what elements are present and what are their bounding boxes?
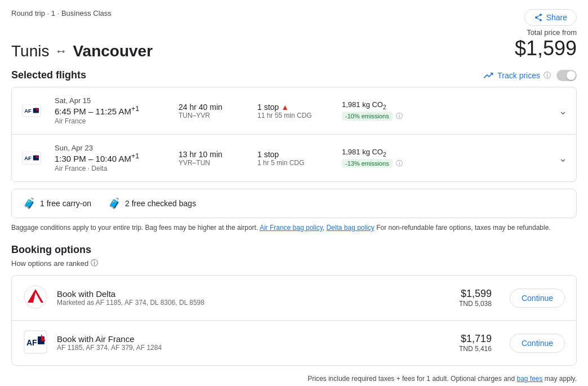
emission-info-icon-1: ⓘ bbox=[396, 112, 403, 120]
af-logo-container-booking: AF bbox=[23, 330, 48, 356]
checked-bags-label: 2 free checked bags bbox=[125, 199, 196, 208]
stops-text-1: 1 stop bbox=[257, 103, 279, 112]
booking-options-subtitle: How options are ranked ⓘ bbox=[11, 258, 577, 268]
selected-flights-header: Selected flights Track prices ⓘ bbox=[11, 69, 577, 81]
footer-note-text: Prices include required taxes + fees for… bbox=[308, 375, 516, 383]
duration-main-1: 24 hr 40 min bbox=[179, 103, 246, 112]
selected-flights-title: Selected flights bbox=[11, 69, 86, 81]
air-france-logo-1: AF bbox=[22, 104, 42, 118]
flight-emissions-1: 1,981 kg CO2 -10% emissions ⓘ bbox=[342, 100, 547, 121]
airline-logo-2: AF bbox=[21, 152, 43, 165]
booking-row-af: AF Book with Air France AF 1185, AF 374,… bbox=[12, 321, 576, 365]
stops-line-1: 1 stop ▲ bbox=[257, 103, 331, 112]
baggage-note: Baggage conditions apply to your entire … bbox=[11, 223, 577, 233]
flight-date-1: Sat, Apr 15 bbox=[55, 96, 167, 105]
footer-note: Prices include required taxes + fees for… bbox=[11, 375, 577, 383]
flight-emissions-2: 1,981 kg CO2 -13% emissions ⓘ bbox=[342, 148, 547, 168]
price-value: $1,599 bbox=[515, 37, 577, 60]
booking-price-main-af: $1,719 bbox=[459, 333, 492, 345]
route-to: Vancouver bbox=[73, 42, 153, 60]
trending-icon bbox=[483, 70, 494, 81]
duration-main-2: 13 hr 10 min bbox=[179, 150, 246, 159]
bag-fees-link[interactable]: bag fees bbox=[516, 375, 542, 383]
route-arrow: ↔ bbox=[55, 44, 67, 59]
trip-meta-text: Round trip · 1 · Business Class bbox=[11, 9, 112, 17]
booking-options-container: Book with Delta Marketed as AF 1185, AF … bbox=[11, 275, 577, 366]
booking-subtitle-text: How options are ranked bbox=[11, 259, 88, 268]
booking-subtitle-info-icon: ⓘ bbox=[91, 258, 98, 268]
route-from: Tunis bbox=[11, 42, 49, 60]
flight-date-2: Sun, Apr 23 bbox=[55, 144, 167, 152]
flight-time-range-1: 6:45 PM – 11:25 AM+1 bbox=[55, 105, 167, 116]
booking-price-af: $1,719 TND 5,416 bbox=[459, 333, 492, 353]
booking-name-af: Book with Air France bbox=[57, 334, 450, 344]
booking-info-delta: Book with Delta Marketed as AF 1185, AF … bbox=[57, 289, 450, 307]
stops-detail-2: 1 hr 5 min CDG bbox=[257, 159, 331, 167]
carry-on-icon: 🧳 bbox=[23, 197, 35, 210]
flights-container: AF Sat, Apr 15 6:45 PM – 11:25 AM+1 Air … bbox=[11, 87, 577, 182]
duration-route-2: YVR–TUN bbox=[179, 159, 246, 167]
stops-line-2: 1 stop bbox=[257, 150, 331, 159]
share-icon bbox=[534, 13, 543, 22]
baggage-note-text: Baggage conditions apply to your entire … bbox=[11, 224, 260, 232]
checked-bags-icon: 🧳 bbox=[108, 197, 121, 210]
booking-marketed-delta: Marketed as AF 1185, AF 374, DL 8306, DL… bbox=[57, 299, 450, 307]
airline-name-2: Air France · Delta bbox=[55, 165, 167, 172]
booking-price-sub-af: TND 5,416 bbox=[459, 345, 492, 353]
share-button[interactable]: Share bbox=[524, 9, 577, 26]
booking-price-delta: $1,599 TND 5,038 bbox=[459, 288, 492, 308]
checked-bags-item: 🧳 2 free checked bags bbox=[108, 197, 196, 210]
carry-on-item: 🧳 1 free carry-on bbox=[23, 197, 91, 210]
af-policy-link[interactable]: Air France bag policy bbox=[260, 224, 323, 232]
air-france-logo-2: AF bbox=[22, 152, 42, 165]
baggage-note-2: For non-refundable fare options, taxes m… bbox=[375, 224, 551, 232]
booking-marketed-af: AF 1185, AF 374, AF 379, AF 1284 bbox=[57, 344, 450, 352]
booking-row-delta: Book with Delta Marketed as AF 1185, AF … bbox=[12, 276, 576, 321]
trip-meta: Round trip · 1 · Business Class bbox=[11, 9, 112, 17]
svg-text:AF: AF bbox=[24, 155, 32, 161]
carry-on-label: 1 free carry-on bbox=[40, 199, 91, 208]
air-france-logo-booking: AF bbox=[23, 330, 48, 354]
baggage-card: 🧳 1 free carry-on 🧳 2 free checked bags bbox=[11, 189, 577, 218]
delta-logo-container bbox=[23, 285, 48, 311]
flight-time-range-2: 1:30 PM – 10:40 AM+1 bbox=[55, 152, 167, 163]
duration-route-1: TUN–YVR bbox=[179, 112, 246, 119]
track-prices-label: Track prices bbox=[497, 71, 540, 80]
booking-name-delta: Book with Delta bbox=[57, 289, 450, 299]
flight-duration-2: 13 hr 10 min YVR–TUN bbox=[179, 150, 246, 167]
flight-expand-chevron-2[interactable]: ⌄ bbox=[559, 152, 567, 165]
co2-line-1: 1,981 kg CO2 bbox=[342, 100, 547, 110]
flight-duration-1: 24 hr 40 min TUN–YVR bbox=[179, 103, 246, 119]
delta-logo bbox=[23, 285, 48, 309]
airline-name-1: Air France bbox=[55, 117, 167, 125]
track-prices-control[interactable]: Track prices ⓘ bbox=[483, 70, 577, 81]
track-prices-toggle[interactable] bbox=[556, 70, 577, 81]
flight-stops-1: 1 stop ▲ 11 hr 55 min CDG bbox=[257, 103, 331, 119]
flight-row-2[interactable]: AF Sun, Apr 23 1:30 PM – 10:40 AM+1 Air … bbox=[12, 135, 576, 181]
airline-logo-1: AF bbox=[21, 104, 43, 118]
flight-row[interactable]: AF Sat, Apr 15 6:45 PM – 11:25 AM+1 Air … bbox=[12, 87, 576, 135]
continue-button-delta[interactable]: Continue bbox=[510, 289, 565, 308]
booking-options-title: Booking options bbox=[11, 244, 577, 256]
emission-badge-1: -10% emissions bbox=[342, 112, 393, 121]
price-label: Total price from bbox=[515, 28, 577, 37]
emission-info-icon-2: ⓘ bbox=[396, 159, 403, 167]
price-block: Total price from $1,599 bbox=[515, 28, 577, 60]
emission-badge-2: -13% emissions bbox=[342, 159, 393, 168]
flight-times-1: Sat, Apr 15 6:45 PM – 11:25 AM+1 Air Fra… bbox=[55, 96, 167, 125]
flight-stops-2: 1 stop 1 hr 5 min CDG bbox=[257, 150, 331, 167]
booking-price-main-delta: $1,599 bbox=[459, 288, 492, 300]
share-label: Share bbox=[546, 13, 567, 22]
continue-button-af[interactable]: Continue bbox=[510, 334, 565, 353]
flight-times-2: Sun, Apr 23 1:30 PM – 10:40 AM+1 Air Fra… bbox=[55, 144, 167, 172]
delta-policy-link[interactable]: Delta bag policy bbox=[326, 224, 374, 232]
warning-icon-1: ▲ bbox=[281, 103, 289, 112]
stops-text-2: 1 stop bbox=[257, 150, 279, 159]
booking-price-sub-delta: TND 5,038 bbox=[459, 300, 492, 308]
stops-detail-1: 11 hr 55 min CDG bbox=[257, 112, 331, 119]
booking-info-af: Book with Air France AF 1185, AF 374, AF… bbox=[57, 334, 450, 352]
svg-text:AF: AF bbox=[26, 338, 37, 347]
flight-expand-chevron-1[interactable]: ⌄ bbox=[559, 105, 567, 117]
footer-note-2: may apply. bbox=[543, 375, 577, 383]
track-prices-info-icon[interactable]: ⓘ bbox=[544, 70, 551, 81]
